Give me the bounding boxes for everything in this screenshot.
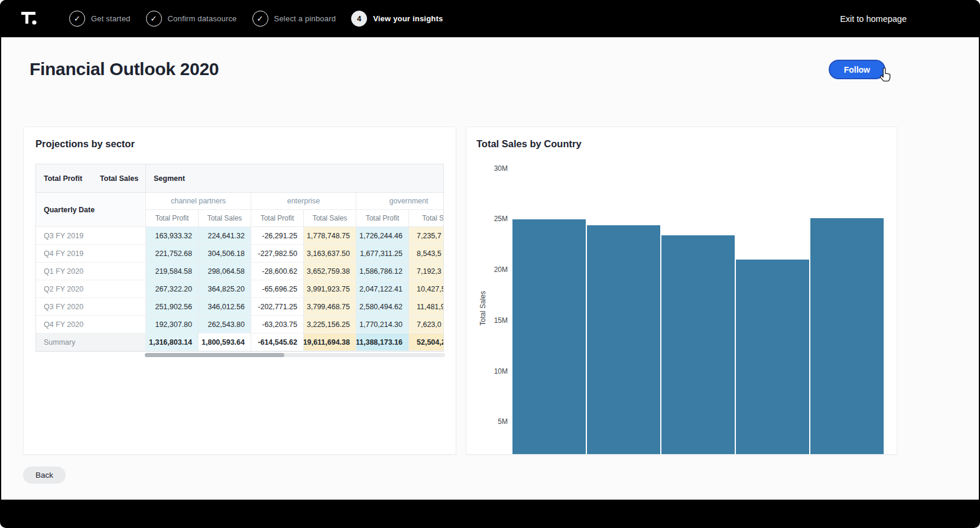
data-cell: 3,163,637.50 <box>303 245 356 263</box>
measure-headers-cell: Total ProfitTotal Sales <box>36 164 145 193</box>
data-cell: 7,235,7 <box>408 227 444 245</box>
column-header[interactable]: Total Sales <box>198 210 251 227</box>
bar-1[interactable] <box>512 219 586 455</box>
column-header[interactable]: Total Sales <box>303 210 356 227</box>
segment-axis-label: Segment <box>145 164 444 193</box>
step-1-item[interactable]: ✓Get started <box>69 11 131 27</box>
pivot-left-column: Total ProfitTotal SalesQuarterly DateQ3 … <box>36 164 145 351</box>
chart-card-title: Total Sales by Country <box>476 138 884 150</box>
topbar: ✓Get started✓Confirm datasource✓Select a… <box>0 0 980 37</box>
measure-header-2[interactable]: Total Sales <box>100 174 138 183</box>
data-cell: -26,291.25 <box>251 227 303 245</box>
pivot-right-section: Segmentchannel partnersenterprisegovernm… <box>145 164 444 351</box>
bar-3[interactable] <box>661 235 735 455</box>
step-3-item[interactable]: ✓Select a pinboard <box>252 11 336 27</box>
data-cell: 364,825.20 <box>198 280 251 298</box>
row-label: Q2 FY 2020 <box>36 280 145 298</box>
thoughtspot-logo <box>21 10 38 28</box>
app-window: ✓Get started✓Confirm datasource✓Select a… <box>0 0 980 528</box>
summary-cell: -614,545.62 <box>251 333 303 351</box>
column-header[interactable]: Total Profit <box>251 210 303 227</box>
page-title: Financial Outlook 2020 <box>30 59 219 79</box>
segment-header-row: channel partnersenterprisegovernment <box>145 193 444 210</box>
data-cell: 298,064.58 <box>198 263 251 280</box>
segment-header: government <box>356 193 444 210</box>
data-cell: 1,677,311.25 <box>356 245 408 263</box>
follow-wrap: Follow <box>829 60 885 79</box>
table-card-title: Projections by sector <box>35 138 444 150</box>
data-cell: 3,225,156.25 <box>303 316 356 333</box>
data-cell: 7,623,0 <box>408 316 444 333</box>
row-label: Q4 FY 2019 <box>36 245 145 263</box>
data-cell: 192,307.80 <box>145 316 198 333</box>
row-label: Q3 FY 2020 <box>36 298 145 316</box>
table-row: 192,307.80262,543.80-63,203.753,225,156.… <box>145 316 444 333</box>
column-header[interactable]: Total Profit <box>356 210 408 227</box>
segment-header: enterprise <box>251 193 356 210</box>
data-cell: 163,933.32 <box>145 227 198 245</box>
back-button[interactable]: Back <box>23 467 66 484</box>
data-cell: 10,427,5 <box>408 280 444 298</box>
horizontal-scrollbar[interactable] <box>145 353 445 357</box>
table-card: Projections by sector Total ProfitTotal … <box>23 127 456 455</box>
data-cell: 1,726,244.46 <box>356 227 408 245</box>
row-axis-label: Quarterly Date <box>36 193 145 227</box>
y-tick-label: 5M <box>498 417 508 426</box>
bar-5[interactable] <box>810 218 884 455</box>
data-cell: 304,506.18 <box>198 245 251 263</box>
check-icon: ✓ <box>69 11 85 27</box>
data-cell: 1,586,786.12 <box>356 263 408 280</box>
row-label: Q3 FY 2019 <box>36 227 145 245</box>
step-number-badge: 4 <box>351 11 367 27</box>
plot-area <box>512 160 884 455</box>
data-cell: -63,203.75 <box>251 316 303 333</box>
stepper: ✓Get started✓Confirm datasource✓Select a… <box>69 11 443 27</box>
summary-cell: 1,316,803.14 <box>145 333 198 351</box>
y-axis-label: Total Sales <box>479 291 487 326</box>
exit-homepage-link[interactable]: Exit to homepage <box>840 14 907 24</box>
y-tick-label: 25M <box>494 215 508 223</box>
data-cell: 262,543.80 <box>198 316 251 333</box>
data-cell: -28,600.62 <box>251 263 303 280</box>
subheader-row: Total ProfitTotal SalesTotal ProfitTotal… <box>145 210 444 227</box>
scrollbar-thumb[interactable] <box>145 353 284 357</box>
row-label: Q1 FY 2020 <box>36 263 145 280</box>
column-header[interactable]: Total Profit <box>145 210 198 227</box>
check-icon: ✓ <box>252 11 268 27</box>
data-cell: 3,799,468.75 <box>303 298 356 316</box>
cards-row: Projections by sector Total ProfitTotal … <box>23 127 897 455</box>
y-tick-label: 10M <box>494 367 508 375</box>
data-cell: 1,770,214.30 <box>356 316 408 333</box>
main-content: Financial Outlook 2020 Follow Projection… <box>1 37 979 500</box>
data-cell: 219,584.58 <box>145 263 198 280</box>
chart-card: Total Sales by Country Total Sales 30M25… <box>466 127 897 455</box>
y-tick-label: 15M <box>494 316 508 325</box>
step-2-item[interactable]: ✓Confirm datasource <box>146 11 237 27</box>
bar-2[interactable] <box>587 225 660 455</box>
data-cell: -65,696.25 <box>251 280 303 298</box>
y-tick-label: 30M <box>494 164 508 173</box>
y-axis-ticks: 30M25M20M15M10M5M <box>489 160 512 455</box>
table-row: 219,584.58298,064.58-28,600.623,652,759.… <box>145 263 444 280</box>
table-row: 163,933.32224,641.32-26,291.251,778,748.… <box>145 227 444 245</box>
data-cell: 7,192,3 <box>408 263 444 280</box>
y-axis-title: Total Sales <box>476 160 489 455</box>
column-header[interactable]: Total Sa <box>408 210 444 227</box>
measure-header-1[interactable]: Total Profit <box>44 174 82 183</box>
bar-4[interactable] <box>736 260 809 455</box>
summary-cell: 1,800,593.64 <box>198 333 251 351</box>
data-cell: 3,652,759.38 <box>303 263 356 280</box>
data-cell: 1,778,748.75 <box>303 227 356 245</box>
summary-cell: 52,504,2 <box>408 333 444 351</box>
y-tick-label: 20M <box>494 265 508 274</box>
page-header: Financial Outlook 2020 Follow <box>1 37 979 79</box>
summary-cell: 19,611,694.38 <box>303 333 356 351</box>
step-label: Select a pinboard <box>274 14 336 23</box>
check-icon: ✓ <box>146 11 162 27</box>
data-cell: 11,481,9 <box>408 298 444 316</box>
summary-row: 1,316,803.141,800,593.64-614,545.6219,61… <box>145 333 444 351</box>
step-4-item[interactable]: 4View your insights <box>351 11 443 27</box>
data-cell: 3,991,923.75 <box>303 280 356 298</box>
logo-t-icon <box>21 10 38 28</box>
follow-button[interactable]: Follow <box>829 60 885 79</box>
